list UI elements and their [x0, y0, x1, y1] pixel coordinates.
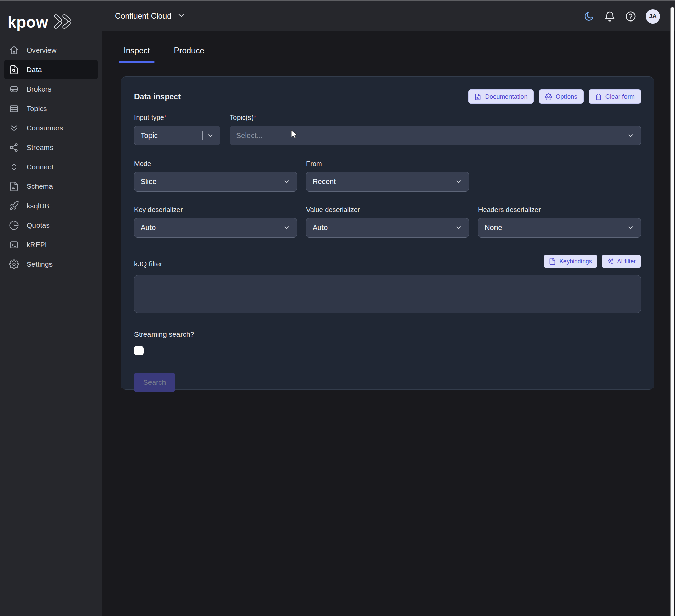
options-button[interactable]: Options — [539, 89, 584, 104]
documentation-button[interactable]: Documentation — [468, 89, 533, 104]
sidebar-item-label: Consumers — [27, 124, 63, 132]
table-icon — [9, 103, 19, 114]
home-icon — [9, 45, 19, 55]
tab-inspect[interactable]: Inspect — [121, 44, 153, 63]
kjq-filter-input[interactable] — [134, 275, 641, 313]
sidebar-item-connect[interactable]: Connect — [0, 157, 102, 177]
sidebar-nav: Overview Data Brokers — [0, 40, 102, 274]
streaming-search-label: Streaming search? — [134, 330, 641, 338]
gear-icon — [9, 259, 19, 269]
from-field: From Recent — [306, 160, 469, 192]
sidebar-item-label: Connect — [27, 163, 53, 171]
help-circle-icon[interactable] — [625, 11, 636, 22]
chevrons-down-icon — [9, 123, 19, 133]
sidebar-item-krepl[interactable]: kREPL — [0, 235, 102, 254]
key-deserializer-select[interactable]: Auto — [134, 218, 297, 238]
chevron-down-icon — [177, 12, 185, 21]
environment-switcher[interactable]: Confluent Cloud — [115, 12, 185, 21]
panel-title: Data inspect — [134, 92, 181, 101]
trash-icon — [595, 93, 602, 100]
kjq-filter-buttons: Keybindings AI filter — [544, 255, 641, 268]
key-deserializer-field: Key deserializer Auto — [134, 206, 297, 238]
page-scrollbar[interactable] — [670, 7, 674, 616]
server-icon — [9, 84, 19, 94]
chevron-down-icon — [456, 225, 469, 231]
value-deserializer-field: Value deserializer Auto — [306, 206, 469, 238]
avatar[interactable]: JA — [646, 9, 660, 24]
kpow-logo[interactable]: kpow — [0, 1, 102, 33]
headers-deserializer-label: Headers deserializer — [478, 206, 641, 214]
sidebar: kpow Overview Data — [0, 1, 102, 616]
topics-select[interactable]: Select... — [230, 126, 641, 145]
environment-name: Confluent Cloud — [115, 12, 171, 21]
kjq-filter-label: kJQ filter — [134, 260, 162, 268]
sidebar-item-label: Schema — [27, 182, 53, 191]
headers-deserializer-select[interactable]: None — [478, 218, 641, 238]
sidebar-item-settings[interactable]: Settings — [0, 254, 102, 274]
file-search-icon — [9, 65, 19, 75]
tab-bar: Inspect Produce — [121, 44, 675, 63]
from-select[interactable]: Recent — [306, 172, 469, 192]
bell-icon[interactable] — [604, 11, 616, 22]
sidebar-item-label: ksqlDB — [27, 202, 49, 210]
topics-field: Topic(s)* Select... — [230, 114, 641, 145]
chevron-down-icon — [284, 179, 297, 185]
sidebar-item-label: Overview — [27, 46, 57, 54]
sidebar-item-label: Topics — [27, 104, 47, 113]
input-type-select[interactable]: Topic — [134, 126, 220, 145]
chevron-down-icon — [207, 132, 220, 139]
clear-form-button[interactable]: Clear form — [589, 89, 641, 104]
ai-filter-button[interactable]: AI filter — [602, 255, 641, 268]
mode-label: Mode — [134, 160, 297, 168]
key-deserializer-label: Key deserializer — [134, 206, 297, 214]
topbar: Confluent Cloud JA — [102, 1, 675, 31]
topbar-icons: JA — [583, 9, 660, 24]
chevron-down-icon — [628, 132, 641, 139]
unfold-icon — [9, 162, 19, 172]
sidebar-item-data[interactable]: Data — [4, 60, 98, 79]
sidebar-item-ksqldb[interactable]: ksqlDB — [0, 196, 102, 215]
main-content: Inspect Produce Data inspect Documentati… — [102, 31, 675, 616]
tab-produce[interactable]: Produce — [171, 44, 207, 63]
from-label: From — [306, 160, 469, 168]
terminal-icon — [9, 240, 19, 250]
sidebar-item-overview[interactable]: Overview — [0, 40, 102, 60]
sparkles-icon — [607, 258, 614, 265]
chevron-down-icon — [456, 179, 469, 185]
search-button[interactable]: Search — [134, 373, 175, 392]
sidebar-item-label: Streams — [27, 143, 53, 152]
mode-field: Mode Slice — [134, 160, 297, 192]
sidebar-item-label: Brokers — [27, 85, 51, 93]
input-type-field: Input type* Topic — [134, 114, 220, 145]
kpow-logo-text: kpow — [8, 13, 48, 31]
file-icon — [9, 181, 19, 192]
panel-actions: Documentation Options Clear form — [468, 89, 641, 104]
streaming-search-checkbox[interactable] — [134, 346, 144, 355]
sidebar-item-topics[interactable]: Topics — [0, 99, 102, 118]
sidebar-item-quotas[interactable]: Quotas — [0, 215, 102, 235]
file-text-icon — [474, 93, 482, 100]
mode-select[interactable]: Slice — [134, 172, 297, 192]
headers-deserializer-field: Headers deserializer None — [478, 206, 641, 238]
share-icon — [9, 142, 19, 153]
input-type-label: Input type* — [134, 114, 220, 122]
mouse-cursor — [291, 130, 298, 139]
sidebar-item-label: kREPL — [27, 241, 49, 249]
sidebar-item-consumers[interactable]: Consumers — [0, 118, 102, 138]
window-top-edge — [0, 0, 675, 1]
sidebar-item-streams[interactable]: Streams — [0, 138, 102, 157]
sidebar-item-schema[interactable]: Schema — [0, 177, 102, 196]
topics-label: Topic(s)* — [230, 114, 641, 122]
value-deserializer-select[interactable]: Auto — [306, 218, 469, 238]
sidebar-item-label: Quotas — [27, 221, 50, 229]
double-chevron-right-icon — [53, 14, 74, 31]
chevron-down-icon — [628, 225, 641, 231]
sidebar-item-label: Data — [27, 66, 42, 74]
chevron-down-icon — [284, 225, 297, 231]
moon-icon[interactable] — [583, 11, 595, 22]
sidebar-item-label: Settings — [27, 260, 53, 268]
value-deserializer-label: Value deserializer — [306, 206, 469, 214]
keybindings-button[interactable]: Keybindings — [544, 255, 597, 268]
sidebar-item-brokers[interactable]: Brokers — [0, 79, 102, 99]
data-inspect-panel: Data inspect Documentation Options — [121, 76, 654, 390]
